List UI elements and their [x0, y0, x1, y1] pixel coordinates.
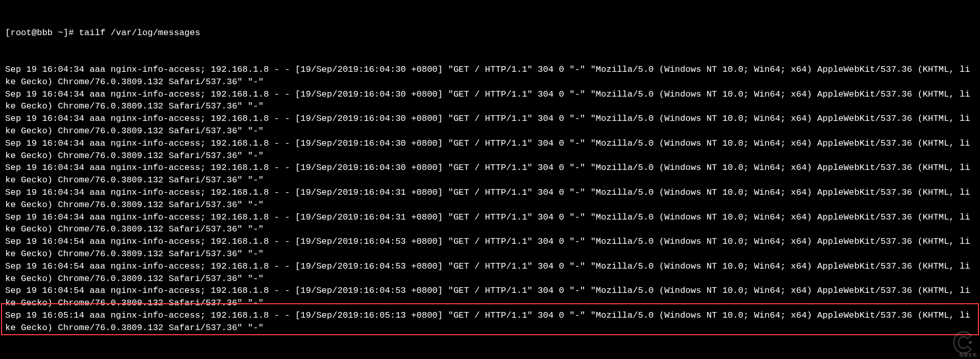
log-line: Sep 19 16:04:34 aaa nginx-info-access; 1…: [5, 162, 975, 186]
log-line: Sep 19 16:04:54 aaa nginx-info-access; 1…: [5, 285, 975, 309]
log-line: Sep 19 16:04:34 aaa nginx-info-access; 1…: [5, 113, 975, 137]
log-line: Sep 19 16:04:34 aaa nginx-info-access; 1…: [5, 88, 975, 113]
log-lines-container: Sep 19 16:04:34 aaa nginx-info-access; 1…: [5, 64, 975, 309]
log-line: Sep 19 16:04:34 aaa nginx-info-access; 1…: [5, 137, 975, 162]
log-line: Sep 19 16:04:34 aaa nginx-info-access; 1…: [5, 186, 975, 211]
log-line: Sep 19 16:04:54 aaa nginx-info-access; 1…: [5, 260, 975, 285]
svg-point-0: [969, 341, 972, 344]
terminal-output[interactable]: [root@bbb ~]# tailf /var/log/messages Se…: [0, 0, 980, 324]
log-line: Sep 19 16:04:34 aaa nginx-info-access; 1…: [5, 64, 975, 88]
log-line: Sep 19 16:04:54 aaa nginx-info-access; 1…: [5, 236, 975, 260]
log-line: Sep 19 16:04:34 aaa nginx-info-access; 1…: [5, 211, 975, 236]
shell-prompt: [root@bbb ~]# tailf /var/log/messages: [5, 27, 975, 39]
watermark-text: 创新互联: [959, 352, 977, 358]
highlighted-log-line: Sep 19 16:05:14 aaa nginx-info-access; 1…: [5, 309, 975, 334]
